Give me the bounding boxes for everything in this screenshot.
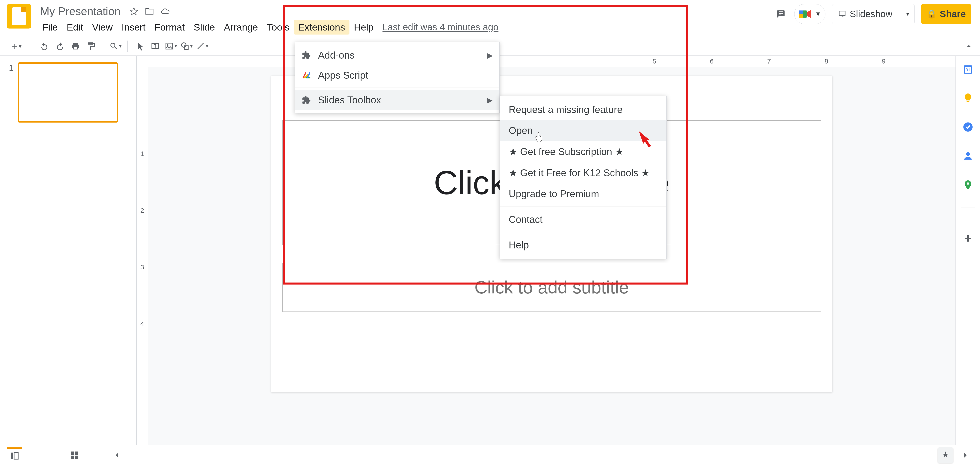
svg-rect-15 bbox=[14, 452, 18, 459]
submenu-help[interactable]: Help bbox=[500, 235, 667, 256]
menu-tools[interactable]: Tools bbox=[262, 20, 294, 35]
print-button[interactable] bbox=[69, 40, 82, 53]
move-icon[interactable] bbox=[145, 7, 154, 16]
submenu-get-free-k12[interactable]: ★ Get it Free for K12 Schools ★ bbox=[500, 162, 667, 183]
lock-icon: 🔒 bbox=[926, 10, 937, 19]
filmstrip-view-button[interactable] bbox=[7, 447, 22, 463]
cloud-status-icon[interactable] bbox=[161, 7, 170, 16]
menu-item-addons[interactable]: Add-ons ▶ bbox=[295, 45, 500, 65]
tasks-icon[interactable] bbox=[961, 120, 975, 134]
menu-label: Slides Toolbox bbox=[318, 94, 381, 106]
submenu-contact[interactable]: Contact bbox=[500, 209, 667, 230]
menu-format[interactable]: Format bbox=[150, 20, 189, 35]
textbox-tool[interactable] bbox=[148, 40, 162, 53]
menu-help[interactable]: Help bbox=[350, 20, 378, 35]
subtitle-placeholder-box[interactable]: Click to add subtitle bbox=[282, 263, 821, 312]
extensions-menu: Add-ons ▶ Apps Script Slides Toolbox ▶ bbox=[295, 42, 500, 113]
svg-rect-19 bbox=[75, 455, 78, 459]
menu-view[interactable]: View bbox=[88, 20, 117, 35]
line-tool[interactable]: ▾ bbox=[195, 40, 209, 53]
collapse-toolbar-button[interactable] bbox=[962, 40, 975, 53]
add-addon-icon[interactable] bbox=[961, 232, 975, 245]
main-area: 1 5 6 7 8 9 1 2 3 4 Click to add title C… bbox=[0, 56, 980, 445]
menu-insert[interactable]: Insert bbox=[117, 20, 150, 35]
apps-script-icon bbox=[302, 70, 311, 80]
svg-rect-2 bbox=[799, 14, 803, 18]
maps-icon[interactable] bbox=[961, 178, 975, 192]
redo-button[interactable] bbox=[53, 40, 67, 53]
ruler-tick: 2 bbox=[140, 207, 144, 214]
svg-rect-16 bbox=[71, 451, 75, 455]
horizontal-ruler[interactable]: 5 6 7 8 9 bbox=[137, 56, 956, 67]
subtitle-placeholder-text: Click to add subtitle bbox=[474, 277, 629, 298]
submenu-get-free-subscription[interactable]: ★ Get free Subscription ★ bbox=[500, 141, 667, 162]
calendar-icon[interactable]: 31 bbox=[961, 62, 975, 76]
menu-extensions[interactable]: Extensions bbox=[294, 20, 350, 35]
svg-point-13 bbox=[967, 183, 969, 185]
document-title[interactable]: My Presentation bbox=[38, 4, 123, 19]
ruler-tick: 7 bbox=[767, 57, 771, 65]
svg-rect-1 bbox=[799, 11, 803, 14]
ruler-tick: 3 bbox=[140, 263, 144, 271]
select-tool[interactable] bbox=[133, 40, 146, 53]
slides-app-icon[interactable] bbox=[7, 4, 31, 29]
menu-slide[interactable]: Slide bbox=[189, 20, 220, 35]
star-icon[interactable] bbox=[129, 7, 138, 16]
last-edit-link[interactable]: Last edit was 4 minutes ago bbox=[378, 20, 503, 35]
shape-tool[interactable]: ▾ bbox=[180, 40, 193, 53]
ruler-tick: 1 bbox=[140, 150, 144, 158]
thumbnail-panel[interactable]: 1 bbox=[0, 56, 136, 445]
menu-label: Add-ons bbox=[318, 50, 355, 61]
contacts-icon[interactable] bbox=[961, 149, 975, 162]
slideshow-label: Slideshow bbox=[850, 9, 892, 19]
slide-number: 1 bbox=[9, 62, 13, 73]
menu-item-slides-toolbox[interactable]: Slides Toolbox ▶ bbox=[295, 90, 500, 110]
svg-text:31: 31 bbox=[966, 67, 970, 72]
svg-rect-14 bbox=[11, 452, 13, 459]
image-tool[interactable]: ▾ bbox=[164, 40, 178, 53]
svg-rect-7 bbox=[185, 46, 188, 49]
slide-thumbnail[interactable] bbox=[18, 62, 118, 123]
zoom-button[interactable]: ▾ bbox=[109, 40, 122, 53]
menu-item-apps-script[interactable]: Apps Script bbox=[295, 65, 500, 85]
meet-button[interactable]: ▼ bbox=[794, 4, 826, 24]
meet-icon bbox=[799, 9, 812, 19]
plus-icon: + bbox=[12, 40, 18, 52]
menu-file[interactable]: File bbox=[38, 20, 62, 35]
ruler-tick: 8 bbox=[824, 57, 828, 65]
menu-arrange[interactable]: Arrange bbox=[220, 20, 262, 35]
ruler-tick: 5 bbox=[652, 57, 656, 65]
submenu-open[interactable]: Open bbox=[500, 120, 667, 141]
comments-icon[interactable] bbox=[774, 7, 788, 21]
ruler-tick: 6 bbox=[710, 57, 714, 65]
title-area: My Presentation File Edit View Insert Fo… bbox=[38, 4, 503, 35]
undo-button[interactable] bbox=[38, 40, 51, 53]
addon-icon bbox=[302, 95, 311, 105]
new-slide-button[interactable]: +▾ bbox=[7, 40, 27, 53]
collapse-filmstrip-button[interactable] bbox=[109, 447, 125, 463]
expand-side-panel-button[interactable] bbox=[958, 447, 973, 463]
separator bbox=[103, 41, 103, 52]
menu-edit[interactable]: Edit bbox=[62, 20, 88, 35]
submenu-upgrade-premium[interactable]: Upgrade to Premium bbox=[500, 183, 667, 204]
share-button[interactable]: 🔒 Share bbox=[921, 4, 971, 24]
explore-button[interactable] bbox=[938, 447, 953, 463]
ruler-tick: 9 bbox=[882, 57, 886, 65]
submenu-request-feature[interactable]: Request a missing feature bbox=[500, 99, 667, 120]
paint-format-button[interactable] bbox=[84, 40, 98, 53]
svg-point-5 bbox=[167, 45, 169, 46]
svg-point-12 bbox=[966, 152, 970, 156]
slideshow-dropdown[interactable]: ▼ bbox=[901, 4, 915, 24]
keep-icon[interactable] bbox=[961, 91, 975, 105]
grid-view-button[interactable] bbox=[67, 447, 83, 463]
vertical-ruler[interactable]: 1 2 3 4 bbox=[137, 67, 148, 445]
slideshow-button[interactable]: Slideshow ▼ bbox=[832, 4, 915, 24]
app-header: My Presentation File Edit View Insert Fo… bbox=[0, 0, 980, 37]
menu-label: Apps Script bbox=[318, 70, 368, 81]
ruler-tick: 4 bbox=[140, 320, 144, 328]
chevron-down-icon: ▼ bbox=[815, 11, 821, 18]
menu-separator bbox=[295, 88, 500, 88]
bottom-bar bbox=[0, 445, 980, 465]
share-label: Share bbox=[940, 9, 966, 19]
slides-toolbox-submenu: Request a missing feature Open ★ Get fre… bbox=[500, 96, 667, 259]
